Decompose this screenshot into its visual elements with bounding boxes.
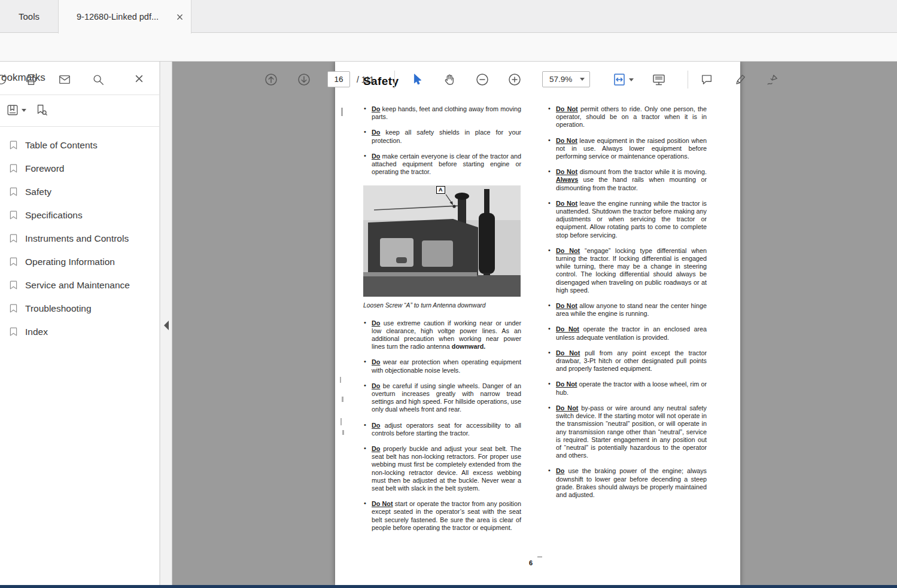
expand-current-bookmark-button[interactable] — [32, 101, 50, 119]
bookmark-icon — [8, 140, 19, 150]
bookmark-list: Table of ContentsForewordSafetySpecifica… — [0, 133, 159, 343]
tab-document[interactable]: 9-12680-Linked pdf... — [58, 0, 191, 33]
sidebar-item-index[interactable]: Index — [0, 320, 159, 343]
bookmark-label: Operating Information — [25, 257, 115, 267]
main-toolbar: / 111 57.9% — [0, 33, 897, 62]
bullet-list: Do keep hands, feet and clothing away fr… — [363, 105, 521, 176]
collapse-panel-icon[interactable] — [164, 321, 169, 330]
bullet-text: be careful if using single wheels. Dange… — [372, 382, 521, 413]
sidebar-item-safety[interactable]: Safety — [0, 180, 159, 203]
bookmark-icon — [8, 187, 19, 197]
pdf-page[interactable]: Safety Do keep hands, feet and clothing … — [335, 62, 740, 585]
bullet-lead: Do — [372, 382, 380, 389]
highlight-button[interactable] — [731, 70, 750, 89]
bullet-text: allow anyone to stand near the center hi… — [556, 302, 707, 317]
tab-close-button[interactable] — [174, 11, 185, 22]
fill-sign-button[interactable] — [763, 70, 782, 89]
display-mode-icon — [652, 72, 666, 87]
safety-bullet: Do keep hands, feet and clothing away fr… — [363, 105, 521, 121]
zoom-level-dropdown[interactable]: 57.9% — [542, 71, 590, 87]
safety-bullet: Do properly buckle and adjust your seat … — [363, 445, 521, 492]
tractor-photo-graphic — [363, 185, 521, 297]
safety-bullet: Do wear ear protection when operating eq… — [363, 358, 521, 374]
hand-tool-button[interactable] — [440, 70, 459, 89]
bullet-text: adjust operators seat for accessibility … — [372, 422, 521, 437]
bullet-lead: Do Not — [556, 380, 577, 388]
sidebar-item-table-of-contents[interactable]: Table of Contents — [0, 133, 159, 157]
bookmark-icon — [8, 257, 19, 267]
bullet-lead: Do Not — [556, 349, 580, 357]
comment-icon — [700, 73, 713, 86]
safety-bullet: Do make certain everyone is clear of the… — [363, 153, 521, 176]
sidebar-item-service-and-maintenance[interactable]: Service and Maintenance — [0, 273, 159, 297]
safety-bullet: Do adjust operators seat for accessibili… — [363, 422, 521, 437]
bullet-text: use extreme caution if working near or u… — [372, 319, 521, 351]
bullet-text: start or operate the tractor from any po… — [372, 500, 521, 531]
page-number: 6 — [529, 559, 533, 566]
bullet-lead: Do Not — [556, 247, 580, 254]
left-column: Do keep hands, feet and clothing away fr… — [363, 105, 521, 540]
bullet-text: use the hand rails when mounting or dism… — [556, 176, 707, 191]
search-button[interactable] — [89, 70, 108, 89]
bullet-text: properly buckle and adjust your seat bel… — [372, 445, 521, 492]
expand-current-bookmark-icon — [35, 103, 48, 117]
figure-label-a: A — [436, 186, 445, 194]
save-button[interactable] — [0, 70, 11, 89]
sidebar-item-operating-information[interactable]: Operating Information — [0, 250, 159, 273]
tab-tools[interactable]: Tools — [0, 0, 58, 33]
email-button[interactable] — [55, 70, 74, 89]
safety-bullet: Do Not pull from any point except the tr… — [548, 349, 707, 373]
zoom-out-button[interactable] — [473, 70, 492, 89]
fit-width-button[interactable] — [610, 70, 629, 89]
page-down-icon — [297, 72, 311, 87]
fit-options-caret[interactable] — [629, 78, 634, 81]
safety-bullet: Do Not leave the engine running while th… — [548, 200, 707, 239]
scan-artifact — [341, 108, 343, 116]
tab-bar: Tools 9-12680-Linked pdf... — [0, 0, 897, 33]
next-page-button[interactable] — [294, 70, 314, 89]
zoom-out-icon — [475, 72, 489, 87]
safety-bullet: Do Not permit others to ride. Only one p… — [548, 105, 707, 129]
select-tool-button[interactable] — [408, 70, 427, 89]
safety-bullet: Do use the braking power of the engine; … — [548, 467, 707, 499]
bullet-list: Do Not permit others to ride. Only one p… — [548, 105, 707, 499]
bullet-text: leave the engine running while the tract… — [556, 200, 707, 239]
bullet-text: Always — [556, 176, 578, 183]
zoom-in-icon — [507, 72, 522, 87]
sidebar-item-troubleshooting[interactable]: Troubleshooting — [0, 297, 159, 320]
panel-splitter[interactable] — [160, 62, 172, 585]
comment-button[interactable] — [697, 70, 716, 89]
highlight-icon — [734, 73, 747, 86]
display-mode-button[interactable] — [649, 70, 668, 89]
previous-page-button[interactable] — [262, 70, 281, 89]
bookmark-label: Table of Contents — [25, 140, 98, 151]
sidebar-item-instruments-and-controls[interactable]: Instruments and Controls — [0, 227, 159, 250]
bullet-text: by-pass or wire around any neutral safet… — [556, 404, 707, 459]
bullet-lead: Do Not — [556, 302, 577, 309]
select-tool-icon — [411, 73, 424, 86]
print-button[interactable] — [22, 70, 41, 89]
safety-bullet: Do use extreme caution if working near o… — [363, 319, 521, 351]
document-canvas: Safety Do keep hands, feet and clothing … — [172, 62, 897, 585]
sidebar-item-specifications[interactable]: Specifications — [0, 203, 159, 227]
bottom-edge-bar — [0, 585, 897, 588]
scan-artifact — [537, 556, 542, 557]
bullet-lead: Do Not — [556, 200, 577, 207]
sidebar-item-foreword[interactable]: Foreword — [0, 157, 159, 180]
bullet-text: wear ear protection when operating equip… — [372, 358, 521, 373]
bullet-list: Do use extreme caution if working near o… — [363, 319, 521, 532]
email-icon — [58, 73, 71, 86]
bullet-lead: Do — [372, 422, 380, 429]
page-number-input[interactable] — [327, 71, 350, 87]
chevron-down-icon — [580, 78, 585, 81]
bookmark-label: Foreword — [25, 163, 64, 174]
bookmark-icon — [8, 303, 19, 313]
bullet-lead: Do Not — [556, 137, 577, 144]
bookmark-options-icon — [6, 103, 19, 117]
page-up-icon — [264, 72, 278, 87]
bookmark-options-button[interactable] — [4, 101, 22, 119]
bookmarks-close-button[interactable] — [133, 72, 145, 84]
bullet-lead: Do — [372, 129, 380, 136]
bookmark-options-caret[interactable] — [22, 109, 26, 112]
zoom-in-button[interactable] — [505, 70, 524, 89]
